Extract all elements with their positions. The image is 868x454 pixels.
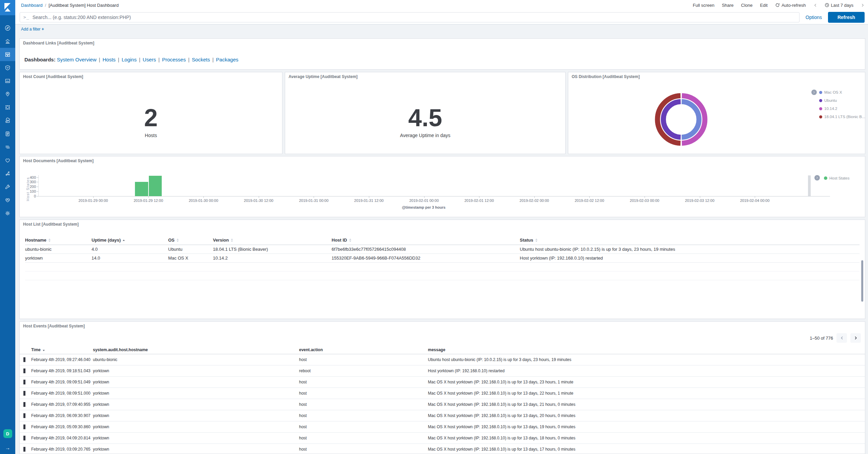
- legend-item[interactable]: 10.14.2: [819, 105, 865, 113]
- add-filter-link[interactable]: Add a filter +: [21, 27, 44, 32]
- host-documents-legend: Host States: [824, 175, 849, 181]
- sidebar-item-discover[interactable]: [0, 21, 15, 35]
- expand-row-icon[interactable]: [23, 424, 25, 429]
- cell-os: Ubuntu: [168, 247, 213, 252]
- link-separator: |: [118, 57, 119, 62]
- dashboard-link[interactable]: Sockets: [192, 57, 210, 62]
- cell-status: Ubuntu host ubuntu-bionic (IP: 10.0.2.15…: [520, 247, 860, 252]
- legend-toggle-icon[interactable]: [814, 175, 820, 181]
- top-menu-item[interactable]: Share: [722, 3, 734, 8]
- sidebar-item-monitoring[interactable]: [0, 193, 15, 207]
- auto-refresh-button[interactable]: Auto-refresh: [775, 3, 806, 8]
- sidebar-item-timelion[interactable]: [0, 61, 15, 74]
- search-box[interactable]: >_: [20, 12, 800, 22]
- sidebar-item-graph[interactable]: [0, 167, 15, 180]
- sidebar-item-management[interactable]: [0, 207, 15, 220]
- cell-action: host: [299, 402, 428, 407]
- column-header[interactable]: Status: [520, 238, 860, 243]
- avg-uptime-value: 4.5: [285, 106, 565, 130]
- sidebar-item-dashboard[interactable]: [0, 48, 15, 61]
- donut-slice-Mac OS X[interactable]: [682, 102, 699, 137]
- link-separator: |: [139, 57, 140, 62]
- breadcrumb-dashboard-link[interactable]: Dashboard: [21, 3, 43, 8]
- time-forward-button[interactable]: [861, 3, 865, 7]
- expand-row-icon[interactable]: [23, 436, 25, 440]
- top-menu-item[interactable]: Full screen: [693, 3, 714, 8]
- sidebar-item-logs[interactable]: [0, 127, 15, 140]
- expand-row-icon[interactable]: [23, 357, 25, 362]
- cell-time: February 4th 2019, 08:09:51.000: [31, 391, 93, 396]
- legend-item[interactable]: Mac OS X: [819, 88, 865, 96]
- dashboard-link[interactable]: Processes: [162, 57, 186, 62]
- column-header-action[interactable]: event.action: [299, 347, 428, 352]
- cell-hostname: yorktown: [93, 447, 299, 452]
- expand-row-icon[interactable]: [23, 447, 25, 452]
- top-menu-items: Full screenShareCloneEdit: [693, 3, 768, 8]
- sidebar-item-canvas[interactable]: [0, 74, 15, 88]
- sidebar-item-machine-learning[interactable]: [0, 101, 15, 114]
- space-badge[interactable]: D: [3, 429, 12, 438]
- empty-row: [25, 263, 860, 271]
- expand-row-icon[interactable]: [23, 380, 25, 384]
- expand-row-icon[interactable]: [23, 391, 25, 396]
- dashboard-link[interactable]: Users: [143, 57, 156, 62]
- bar-2019-01-29 09:00[interactable]: [135, 182, 148, 196]
- legend-item[interactable]: Ubuntu: [819, 96, 865, 105]
- panel-title: Average Uptime [Auditbeat System]: [289, 74, 358, 79]
- dashboard-link[interactable]: System Overview: [57, 57, 97, 62]
- column-header[interactable]: OS: [168, 238, 213, 243]
- empty-row: [25, 271, 860, 280]
- expand-row-icon[interactable]: [23, 368, 25, 373]
- time-picker-button[interactable]: Last 7 days: [825, 3, 854, 8]
- x-tick-mark: [203, 196, 204, 198]
- x-tick-mark: [700, 196, 700, 198]
- panel-scrollbar[interactable]: [861, 260, 863, 302]
- expand-row-icon[interactable]: [23, 402, 25, 407]
- sidebar-item-visualize[interactable]: [0, 35, 15, 48]
- table-row[interactable]: ubuntu-bionic 4.0 Ubuntu 18.04.1 LTS (Bi…: [25, 245, 860, 254]
- sidebar-item-maps[interactable]: [0, 88, 15, 101]
- link-separator: |: [188, 57, 190, 62]
- y-tick-label: 300: [22, 180, 36, 184]
- column-header-message[interactable]: message: [428, 347, 865, 352]
- table-row[interactable]: yorktown 14.0 Mac OS X 10.14.2 155320EF-…: [25, 254, 860, 263]
- x-tick-label: 2019-01-30 12:00: [232, 198, 286, 203]
- table-row: February 4th 2019, 05:09:30.860 yorktown…: [20, 421, 865, 433]
- top-menu-item[interactable]: Clone: [741, 3, 753, 8]
- previous-page-button[interactable]: [836, 333, 847, 343]
- expand-sidebar-icon[interactable]: →: [5, 445, 10, 451]
- column-header[interactable]: Host ID: [332, 238, 520, 243]
- sidebar-item-apm[interactable]: [0, 140, 15, 154]
- console-prompt-icon: >_: [23, 15, 29, 20]
- dashboard-link[interactable]: Logins: [122, 57, 137, 62]
- legend-item[interactable]: 18.04.1 LTS (Bionic B...: [819, 113, 865, 121]
- chart-scrollbar[interactable]: [808, 175, 811, 196]
- donut-slice-Ubuntu[interactable]: [663, 102, 680, 137]
- x-tick-label: 2019-02-01 00:00: [397, 198, 451, 203]
- column-header[interactable]: Hostname: [25, 238, 92, 243]
- legend-item[interactable]: Host States: [824, 175, 849, 181]
- os-distribution-donut-chart[interactable]: [652, 91, 710, 148]
- bar-2019-01-29 12:00[interactable]: [149, 176, 162, 196]
- x-tick-label: 2019-02-01 12:00: [452, 198, 506, 203]
- dashboard-link[interactable]: Packages: [216, 57, 238, 62]
- dashboard-link[interactable]: Hosts: [102, 57, 115, 62]
- options-link[interactable]: Options: [806, 15, 822, 20]
- cell-time: February 4th 2019, 09:09:51.049: [31, 380, 93, 384]
- time-back-button[interactable]: [813, 3, 817, 7]
- column-header[interactable]: Uptime (days): [92, 238, 168, 243]
- column-header-time[interactable]: Time: [31, 347, 93, 352]
- expand-row-icon[interactable]: [23, 413, 25, 418]
- sidebar-item-infrastructure[interactable]: [0, 114, 15, 127]
- kibana-logo[interactable]: [0, 0, 15, 15]
- search-input[interactable]: [33, 15, 796, 20]
- column-header-hostname[interactable]: system.audit.host.hostname: [93, 347, 299, 352]
- next-page-button[interactable]: [850, 333, 861, 343]
- y-tick-mark: [37, 196, 38, 196]
- legend-toggle-icon[interactable]: [811, 90, 817, 95]
- sidebar-item-dev-tools[interactable]: [0, 180, 15, 193]
- column-header[interactable]: Version: [213, 238, 332, 243]
- refresh-button[interactable]: Refresh: [828, 12, 865, 23]
- sidebar-item-uptime[interactable]: [0, 154, 15, 167]
- top-menu-item[interactable]: Edit: [760, 3, 768, 8]
